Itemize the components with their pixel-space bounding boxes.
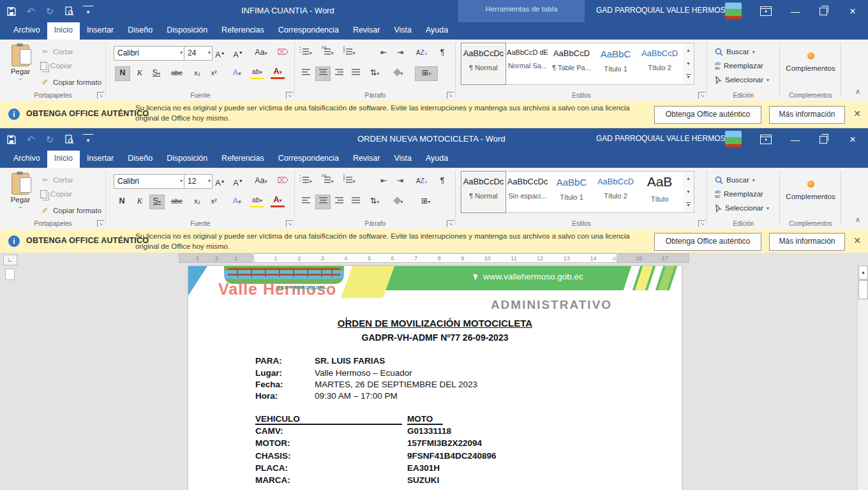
text-effects-button[interactable]: A▾: [230, 195, 244, 208]
tab-stop-selector[interactable]: ∟: [3, 255, 17, 265]
left-indent-marker[interactable]: [250, 253, 256, 261]
grow-font-button[interactable]: A▲: [213, 174, 227, 188]
copy-button[interactable]: Copiar: [40, 59, 101, 73]
styles-gallery-scroll[interactable]: ▲▼▼: [683, 43, 694, 85]
borders-button[interactable]: ⊞▾: [415, 195, 437, 208]
superscript-button[interactable]: x²: [207, 66, 221, 80]
style-normal[interactable]: AaBbCcDc¶ Normal: [461, 172, 505, 212]
restore-button[interactable]: [809, 128, 837, 151]
paste-button[interactable]: Pegar⌄: [3, 172, 38, 223]
undo-icon[interactable]: ↶: [26, 6, 36, 17]
ribbon-tab[interactable]: Archivo: [6, 22, 47, 40]
document-page[interactable]: Valle Hermoso GAD PARROQUIAL www.vallehe…: [188, 266, 682, 490]
close-button[interactable]: ×: [839, 0, 867, 22]
title-bar[interactable]: ↶ ↻ ▾ ORDEN NUEVA MOTOCICLETA - Word GAD…: [0, 128, 868, 151]
justify-button[interactable]: [348, 195, 363, 208]
clear-formatting-button[interactable]: ⌦: [276, 174, 290, 188]
ribbon-tab[interactable]: Revisar: [346, 22, 387, 40]
align-left-button[interactable]: [299, 66, 313, 80]
subscript-button[interactable]: x₂: [190, 195, 204, 208]
ribbon-display-options-button[interactable]: ▴: [752, 0, 780, 22]
ribbon-tab[interactable]: Disposición: [160, 151, 214, 168]
redo-icon[interactable]: ↻: [45, 135, 55, 145]
ribbon-tab[interactable]: Correspondencia: [271, 22, 346, 40]
text-effects-button[interactable]: A▾: [230, 66, 244, 80]
print-preview-icon[interactable]: [64, 6, 74, 17]
shading-button[interactable]: ▾: [392, 66, 406, 80]
font-color-button[interactable]: A▾: [271, 195, 285, 207]
ribbon-tab[interactable]: Correspondencia: [271, 151, 346, 168]
ribbon-tab[interactable]: Vista: [387, 22, 419, 40]
addins-button[interactable]: Complementos: [780, 181, 841, 200]
font-size-select[interactable]: 12▾: [184, 174, 213, 189]
more-info-button[interactable]: Más información: [769, 233, 845, 251]
sort-button[interactable]: AZ↓: [415, 174, 429, 188]
print-preview-icon[interactable]: [64, 135, 74, 145]
align-right-button[interactable]: [332, 66, 346, 80]
styles-gallery-scroll[interactable]: ▲▼▼: [683, 171, 694, 213]
numbering-button[interactable]: ▾: [320, 174, 334, 188]
align-right-button[interactable]: [332, 195, 346, 208]
banner-close-icon[interactable]: ✕: [851, 108, 863, 119]
style-titulo-2[interactable]: AaBbCcDTítulo 2: [594, 172, 638, 212]
ribbon-tab[interactable]: Insertar: [80, 151, 121, 168]
undo-icon[interactable]: ↶: [26, 135, 36, 145]
find-button[interactable]: Buscar▾: [715, 45, 769, 59]
sort-button[interactable]: AZ↓: [415, 46, 429, 59]
format-painter-button[interactable]: ✐Copiar formato: [40, 75, 101, 89]
align-center-button[interactable]: [315, 66, 331, 81]
decrease-indent-button[interactable]: ⇤: [377, 174, 391, 188]
italic-button[interactable]: K: [133, 195, 147, 208]
get-genuine-office-button[interactable]: Obtenga Office auténtico: [654, 106, 761, 124]
paragraph-dialog-launcher[interactable]: ↘: [447, 220, 454, 227]
restore-button[interactable]: [809, 0, 837, 22]
ribbon-tab[interactable]: Archivo: [6, 151, 47, 168]
vertical-scrollbar[interactable]: ▲: [857, 265, 868, 490]
increase-indent-button[interactable]: ⇥: [393, 174, 407, 188]
styles-dialog-launcher[interactable]: ↘: [698, 220, 705, 227]
ribbon-tab[interactable]: Ayuda: [419, 151, 455, 168]
select-button[interactable]: Seleccionar▾: [715, 73, 769, 87]
account-name[interactable]: GAD PARROQUIAL VALLE HERMOSO: [596, 134, 731, 143]
select-button[interactable]: Seleccionar▾: [715, 201, 769, 215]
font-name-select[interactable]: Calibri▾: [114, 46, 184, 61]
ribbon-tab[interactable]: Revisar: [346, 151, 387, 168]
styles-dialog-launcher[interactable]: ↘: [698, 92, 705, 99]
highlight-button[interactable]: ab▾: [250, 195, 264, 207]
line-spacing-button[interactable]: ⇅▾: [368, 66, 382, 80]
grow-font-button[interactable]: A▲: [213, 46, 227, 59]
ribbon-tab[interactable]: Referencias: [214, 151, 271, 168]
scroll-up-icon[interactable]: ▲: [858, 265, 868, 279]
strikethrough-button[interactable]: abc: [170, 66, 184, 80]
underline-button[interactable]: S▾: [149, 66, 163, 80]
strikethrough-button[interactable]: abc: [170, 195, 184, 208]
change-case-button[interactable]: Aa▾: [251, 46, 271, 59]
align-left-button[interactable]: [299, 195, 313, 208]
bold-button[interactable]: N: [115, 66, 130, 81]
format-painter-button[interactable]: ✐Copiar formato: [40, 204, 101, 218]
clipboard-dialog-launcher[interactable]: ↘: [97, 92, 104, 99]
bullets-button[interactable]: ▾: [299, 174, 313, 188]
banner-close-icon[interactable]: ✕: [851, 235, 863, 246]
subscript-button[interactable]: x₂: [190, 66, 204, 80]
cut-button[interactable]: ✂Cortar: [40, 173, 101, 187]
style-titulo[interactable]: AaBTítulo: [638, 172, 682, 212]
copy-button[interactable]: Copiar: [40, 187, 101, 201]
decrease-indent-button[interactable]: ⇤: [377, 46, 391, 59]
collapse-ribbon-button[interactable]: ∧: [855, 216, 860, 224]
show-marks-button[interactable]: ¶: [435, 46, 449, 59]
ribbon-display-options-button[interactable]: ▴: [752, 128, 780, 151]
multilevel-list-button[interactable]: ▾: [342, 46, 356, 59]
align-center-button[interactable]: [315, 195, 331, 209]
find-button[interactable]: Buscar▾: [715, 173, 769, 187]
justify-button[interactable]: [348, 66, 363, 80]
ribbon-tab[interactable]: Ayuda: [419, 22, 455, 40]
font-dialog-launcher[interactable]: ↘: [286, 92, 293, 99]
style-titulo-1[interactable]: AaBbCTítulo 1: [594, 43, 638, 84]
highlight-button[interactable]: ab▾: [250, 66, 264, 79]
account-avatar[interactable]: [725, 131, 742, 147]
more-info-button[interactable]: Más información: [769, 106, 845, 124]
addins-button[interactable]: Complementos: [780, 52, 841, 72]
customize-qat-icon[interactable]: ▾: [83, 134, 93, 145]
shading-button[interactable]: ▾: [392, 195, 406, 208]
